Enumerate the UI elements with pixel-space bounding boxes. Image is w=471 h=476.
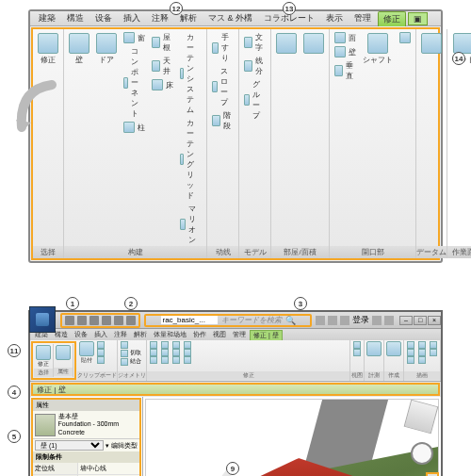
ramp-button[interactable]: スロープ [210,65,236,108]
paste-button[interactable]: 貼付 [79,341,94,371]
create-button[interactable] [386,341,401,371]
railing-button[interactable]: 手すり [210,31,236,64]
close-button[interactable]: × [428,316,441,325]
qat-undo-icon[interactable] [89,316,99,325]
mr-modify-button[interactable]: 修正 [36,345,51,369]
pin-button[interactable] [183,349,192,356]
model-line-button[interactable]: 线分 [242,55,268,77]
tab-system[interactable]: 设备 [90,11,117,25]
geom-join-button[interactable]: 結合 [120,357,142,366]
geom-cope-button[interactable] [120,341,142,349]
draw-rect-button[interactable] [406,349,415,356]
wall-opening-button[interactable]: 壁 [333,45,358,58]
roof-button[interactable]: 屋根 [150,31,175,54]
mtab-analyze[interactable]: 解析 [131,330,150,339]
draw-line-button[interactable] [406,341,415,349]
view-btn1[interactable] [352,341,362,349]
edit-type-button[interactable]: ▾ 编辑类型 [106,441,138,451]
filename-field[interactable] [161,316,218,324]
component-button[interactable]: コンポーネント [122,45,147,120]
curtain-system-button[interactable]: カーテン システム [178,31,203,116]
user-icon[interactable] [340,316,349,325]
qat-redo-icon[interactable] [102,316,111,325]
view-btn2[interactable] [352,349,362,356]
qat-more-icon[interactable] [126,316,136,325]
type-selector[interactable]: 基本壁Foundation - 300mm Concrete [33,411,139,439]
qat-print-icon[interactable] [114,316,123,325]
door-button[interactable]: ドア [94,31,119,67]
drawing-area[interactable]: 1 : 100 [143,397,441,476]
minimize-button[interactable]: – [399,316,413,325]
offset-button[interactable] [149,349,158,356]
scale-button[interactable] [183,341,192,349]
mtab-modify-wall[interactable]: 修正 | 壁 [250,330,283,340]
curtain-grid-button[interactable]: カーテン グリッド [178,117,203,202]
ceiling-button[interactable]: 天井 [150,55,175,77]
login-link[interactable]: 登录 [352,314,369,326]
tab-manage[interactable]: 管理 [349,11,376,25]
exchange-icon[interactable] [372,316,382,325]
star-icon[interactable] [328,316,337,325]
shaft-button[interactable]: シャフト [361,31,395,67]
3d-viewport[interactable] [145,399,439,476]
rotate-button[interactable] [160,356,170,364]
model-group-button[interactable]: グループ [242,78,268,122]
instance-select[interactable]: 壁 (1) [35,440,104,451]
compass-icon[interactable] [411,442,433,465]
qat-save-icon[interactable] [77,316,87,325]
tab-massing[interactable]: マス & 外構 [203,11,257,25]
window-button[interactable]: 窗 [122,31,147,44]
mtab-manage[interactable]: 管理 [230,330,249,339]
draw-pick-button[interactable] [429,349,438,356]
measure-button[interactable] [366,341,382,371]
mtab-insert[interactable]: 插入 [91,330,110,339]
model-text-button[interactable]: 文字 [242,31,268,54]
help-icon[interactable] [384,316,394,325]
copy2-button[interactable] [160,349,170,356]
tab-insert[interactable]: 插入 [119,11,145,25]
draw-ellipse-button[interactable] [429,341,438,349]
mr-props-button[interactable] [56,345,71,368]
cut-button[interactable] [96,341,106,349]
mtab-collab[interactable]: 协作 [190,330,209,339]
column-button[interactable]: 柱 [122,121,147,134]
tab-arch[interactable]: 建築 [34,11,60,25]
draw-arc-button[interactable] [406,356,415,364]
qat-open-icon[interactable] [65,316,74,325]
draw-poly-button[interactable] [417,349,427,356]
geom-cut-button[interactable]: 切取 [120,349,142,357]
align-button[interactable] [149,341,158,349]
tab-struct[interactable]: 構造 [62,11,89,25]
delete-button[interactable] [183,356,192,364]
locline-value[interactable]: 墙中心线 [78,463,139,474]
wall-button[interactable]: 壁 [67,31,91,67]
area-button[interactable] [301,31,326,56]
floor-button[interactable]: 床 [150,78,175,91]
mtab-view[interactable]: 视图 [210,330,229,339]
subscription-icon[interactable] [316,316,325,325]
mirror-button[interactable] [149,356,158,364]
mtab-sys[interactable]: 设备 [72,330,90,339]
by-face-button[interactable]: 面 [333,31,358,44]
draw-circle-button[interactable] [417,341,427,349]
move-button[interactable] [160,341,170,349]
datum-button[interactable] [419,31,444,56]
dormer-button[interactable] [398,31,413,44]
room-button[interactable] [274,31,299,56]
mtab-mass[interactable]: 体量和场地 [151,330,189,339]
mtab-annot[interactable]: 注释 [111,330,130,339]
array-button[interactable] [171,356,181,364]
stair-button[interactable]: 階段 [210,109,236,132]
vertical-button[interactable]: 垂直 [333,59,358,82]
split-button[interactable] [171,349,181,356]
copy-button[interactable] [96,349,106,356]
modify-button[interactable]: 修正 [36,31,60,67]
trim-button[interactable] [171,341,181,349]
tab-view[interactable]: 表示 [321,11,348,25]
tab-extra[interactable]: ▣ [408,12,428,25]
maximize-button[interactable]: □ [414,316,427,325]
mullion-button[interactable]: マリオン [178,203,203,246]
match-button[interactable] [96,356,106,364]
draw-spline-button[interactable] [417,356,427,364]
tab-modify[interactable]: 修正 [378,11,406,26]
